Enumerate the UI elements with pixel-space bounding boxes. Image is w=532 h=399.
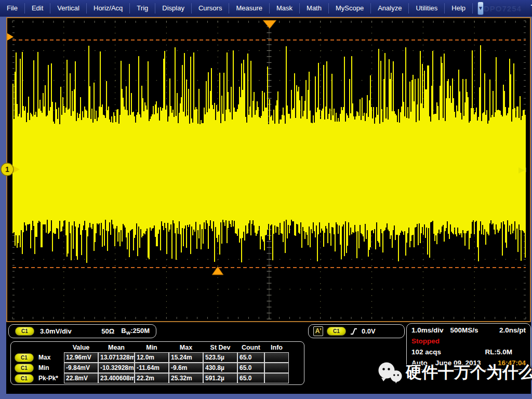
trigger-channel-badge: C1 (327, 327, 346, 336)
chevron-down-icon: ▼ (478, 5, 483, 11)
trigger-level: 0.0V (362, 327, 376, 335)
menu-item-help[interactable]: Help (445, 3, 473, 14)
menu-item-utilities[interactable]: Utilities (409, 3, 445, 14)
measurement-cell-st-dev: 591.2µ (203, 373, 237, 383)
table-corner (14, 342, 64, 352)
column-header-count: Count (237, 342, 264, 352)
measurement-cell-min: 12.0m (135, 352, 169, 363)
column-header-max: Max (169, 342, 203, 352)
menu-item-horiz-acq[interactable]: Horiz/Acq (87, 3, 130, 14)
measurement-cell-min: -11.64m (135, 363, 169, 373)
measurement-cell-min: 22.2m (135, 373, 169, 383)
measurement-name: Pk-Pk* (38, 375, 58, 382)
readout-area: C1 3.0mV/div 50Ω BW:250M A' C1 0.0V 1.0m… (6, 322, 531, 394)
wechat-watermark: 硬件十万个为什么 (377, 361, 532, 384)
measurement-cell-count: 65.0 (237, 352, 264, 363)
measurement-cell-max: -9.6m (169, 363, 203, 373)
menu-item-analyze[interactable]: Analyze (371, 3, 409, 14)
acquisition-count: 102 acqs (411, 348, 441, 356)
trigger-readout[interactable]: A' C1 0.0V (308, 324, 405, 338)
measurement-table: ValueMeanMinMaxSt DevCountInfoC1Max12.96… (10, 341, 304, 385)
watermark-text: 硬件十万个为什么 (406, 362, 532, 383)
measurement-cell-st-dev: 523.5µ (203, 352, 237, 363)
column-header-info: Info (264, 342, 289, 352)
trigger-source-badge: A' (313, 326, 323, 336)
sample-resolution: 2.0ns/pt (499, 326, 526, 334)
channel-badge: C1 (15, 374, 34, 383)
measurement-cell-mean: 23.400608m (98, 373, 135, 383)
column-header-mean: Mean (98, 342, 135, 352)
model-watermark-text: DPO7254 (484, 4, 522, 13)
sample-rate: 500MS/s (450, 326, 478, 334)
menu-item-trig[interactable]: Trig (130, 3, 155, 14)
measurement-cell-count: 65.0 (237, 373, 264, 383)
menu-item-file[interactable]: File (0, 3, 25, 14)
rising-edge-icon (350, 327, 358, 336)
menu-overflow-dropdown-button[interactable]: ▼ (477, 2, 484, 15)
menu-item-math[interactable]: Math (300, 3, 329, 14)
record-length: RL:5.0M (485, 348, 512, 356)
channel-readout[interactable]: C1 3.0mV/div 50Ω BW:250M (8, 324, 156, 338)
measurement-cell-count: 65.0 (237, 363, 264, 373)
measurement-cell-info (264, 373, 289, 383)
ground-level-right-marker (518, 167, 525, 174)
measurement-cell-value: 22.8mV (64, 373, 98, 383)
measurement-name: Min (38, 364, 49, 371)
wechat-icon (377, 361, 403, 384)
channel-badge: C1 (15, 327, 34, 336)
menu-item-vertical[interactable]: Vertical (50, 3, 87, 14)
acquisition-status: Stopped (411, 337, 440, 345)
channel-badge: C1 (15, 353, 34, 362)
trigger-position-marker (263, 20, 276, 29)
column-header-st-dev: St Dev (203, 342, 237, 352)
measurement-cell-mean: 13.071328m (98, 352, 135, 363)
svg-text:1: 1 (5, 165, 9, 174)
menu-bar: FileEditVerticalHoriz/AcqTrigDisplayCurs… (0, 0, 532, 17)
measurement-row-label[interactable]: C1Max (14, 352, 64, 363)
menu-items: FileEditVerticalHoriz/AcqTrigDisplayCurs… (0, 0, 473, 17)
measurement-row-label[interactable]: C1Pk-Pk* (14, 373, 64, 383)
measurement-cell-max: 25.32m (169, 373, 203, 383)
menu-item-display[interactable]: Display (155, 3, 192, 14)
timebase-scale: 1.0ms/div (411, 326, 444, 334)
measurement-row-label[interactable]: C1Min (14, 363, 64, 373)
column-header-value: Value (64, 342, 98, 352)
graticule-and-waveform (7, 18, 530, 321)
center-crosshair (12, 21, 526, 319)
measurement-cell-mean: -10.32928m (98, 363, 135, 373)
channel1-ground-marker[interactable]: 1 (1, 162, 21, 177)
menu-item-measure[interactable]: Measure (229, 3, 270, 14)
measurement-cell-info (264, 363, 289, 373)
measurement-cell-value: -9.84mV (64, 363, 98, 373)
column-header-min: Min (135, 342, 169, 352)
menu-item-myscope[interactable]: MyScope (329, 3, 371, 14)
termination-impedance: 50Ω (101, 327, 114, 335)
measurement-cell-max: 15.24m (169, 352, 203, 363)
waveform-display[interactable] (6, 17, 531, 322)
vertical-scale: 3.0mV/div (40, 327, 72, 335)
measurement-cell-st-dev: 430.8µ (203, 363, 237, 373)
measurement-cell-value: 12.96mV (64, 352, 98, 363)
measurement-cell-info (264, 352, 289, 363)
menu-item-mask[interactable]: Mask (270, 3, 300, 14)
bandwidth-limit: BW:250M (121, 327, 150, 336)
upper-limit-left-marker (7, 33, 14, 41)
measurement-name: Max (38, 354, 50, 361)
menu-item-edit[interactable]: Edit (25, 3, 50, 14)
channel-badge: C1 (15, 364, 34, 373)
menu-item-cursors[interactable]: Cursors (192, 3, 230, 14)
